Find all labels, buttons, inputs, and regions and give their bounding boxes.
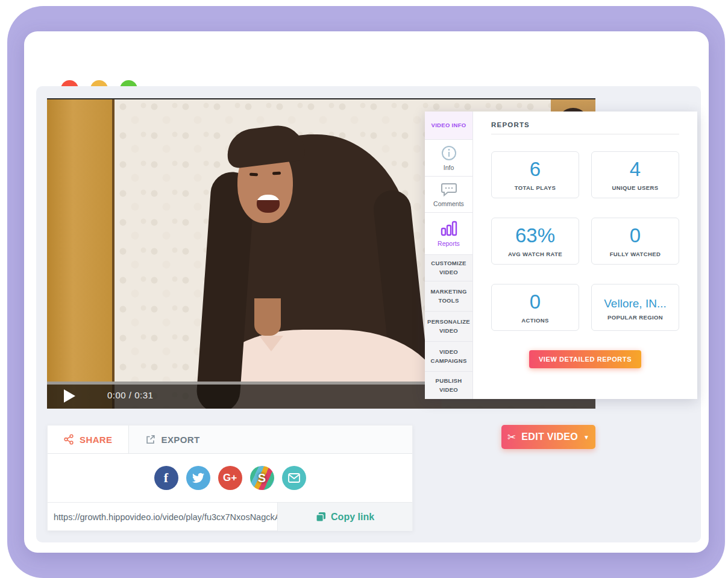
chevron-down-icon: ▼ xyxy=(583,434,589,441)
video-person-eye xyxy=(272,172,281,175)
twitter-icon[interactable] xyxy=(186,466,210,490)
stat-card-avg-watch-rate: 63% AVG WATCH RATE xyxy=(491,218,579,265)
sidebar-item-label: VIDEO CAMPAIGNS xyxy=(428,348,469,365)
stat-value: 0 xyxy=(630,225,641,247)
screenshot-stage: 0:00 / 0:31 VIDEO INFO Info xyxy=(0,0,728,578)
sidebar-item-label: Reports xyxy=(438,240,460,247)
stat-value: 0 xyxy=(530,291,541,313)
stat-card-fully-watched: 0 FULLY WATCHED xyxy=(591,218,679,265)
edit-video-button[interactable]: ✂ EDIT VIDEO ▼ xyxy=(501,425,595,449)
sidebar-item-reports[interactable]: Reports xyxy=(425,213,472,255)
sidebar-item-label: Comments xyxy=(433,200,464,207)
copy-link-label: Copy link xyxy=(331,512,374,523)
copy-icon xyxy=(316,512,326,522)
sidebar-item-marketing-tools[interactable]: MARKETING TOOLS xyxy=(425,281,472,312)
video-info-overlay: VIDEO INFO Info Comments xyxy=(425,112,697,399)
video-person-mouth xyxy=(257,195,280,213)
stat-value: 63% xyxy=(515,225,555,247)
share-panel: SHARE EXPORT f G+ xyxy=(47,425,413,531)
video-time-display: 0:00 / 0:31 xyxy=(107,390,153,400)
facebook-icon[interactable]: f xyxy=(154,466,178,490)
tab-export-label: EXPORT xyxy=(162,435,200,445)
email-icon[interactable] xyxy=(282,466,306,490)
edit-video-label: EDIT VIDEO xyxy=(521,432,578,442)
reports-icon xyxy=(440,220,458,237)
scissors-icon: ✂ xyxy=(507,431,516,444)
tab-share[interactable]: SHARE xyxy=(48,426,129,453)
share-url-field[interactable]: https://growth.hippovideo.io/video/play/… xyxy=(48,503,277,531)
share-icon xyxy=(63,434,74,445)
export-icon xyxy=(145,434,156,445)
facebook-glyph: f xyxy=(164,470,168,486)
stat-card-popular-region: Vellore, IN... POPULAR REGION xyxy=(591,284,679,331)
stat-label: AVG WATCH RATE xyxy=(508,251,562,257)
tab-export[interactable]: EXPORT xyxy=(129,426,216,453)
slack-icon[interactable]: S xyxy=(250,466,274,490)
reports-title: REPORTS xyxy=(491,121,679,128)
tab-share-label: SHARE xyxy=(80,435,113,445)
video-info-sidebar: VIDEO INFO Info Comments xyxy=(425,112,473,399)
stat-card-total-plays: 6 TOTAL PLAYS xyxy=(491,151,579,198)
sidebar-item-label: Info xyxy=(444,164,454,171)
sidebar-item-video-campaigns[interactable]: VIDEO CAMPAIGNS xyxy=(425,342,472,372)
video-person-neck xyxy=(254,298,281,336)
share-url-row: https://growth.hippovideo.io/video/play/… xyxy=(48,502,412,531)
reports-panel: REPORTS 6 TOTAL PLAYS 4 UNIQUE USERS 63%… xyxy=(473,112,697,399)
view-detailed-reports-button[interactable]: VIEW DETAILED REPORTS xyxy=(529,350,641,368)
google-plus-icon[interactable]: G+ xyxy=(218,466,242,490)
stat-label: TOTAL PLAYS xyxy=(515,184,556,191)
sidebar-item-label: PUBLISH VIDEO xyxy=(428,377,469,394)
stat-label: ACTIONS xyxy=(521,317,549,324)
sidebar-item-label: VIDEO INFO xyxy=(431,121,466,130)
stat-label: POPULAR REGION xyxy=(607,314,663,321)
stat-card-actions: 0 ACTIONS xyxy=(491,284,579,331)
sidebar-item-publish-video[interactable]: PUBLISH VIDEO xyxy=(425,372,472,399)
sidebar-item-video-info[interactable]: VIDEO INFO xyxy=(425,112,472,140)
video-person-eye xyxy=(249,173,258,177)
sidebar-item-label: MARKETING TOOLS xyxy=(428,287,469,305)
sidebar-item-comments[interactable]: Comments xyxy=(425,177,472,213)
stat-card-unique-users: 4 UNIQUE USERS xyxy=(591,151,679,198)
play-icon[interactable] xyxy=(64,389,75,403)
google-plus-glyph: G+ xyxy=(223,472,237,484)
slack-glyph: S xyxy=(258,471,266,485)
sidebar-item-personalize-video[interactable]: PERSONALIZE VIDEO xyxy=(425,312,472,342)
video-frame-door xyxy=(47,99,115,409)
info-icon xyxy=(441,145,457,161)
sidebar-item-customize-video[interactable]: CUSTOMIZE VIDEO xyxy=(425,255,472,281)
reports-stat-grid: 6 TOTAL PLAYS 4 UNIQUE USERS 63% AVG WAT… xyxy=(491,151,679,350)
sidebar-item-label: CUSTOMIZE VIDEO xyxy=(428,259,469,277)
share-tabs: SHARE EXPORT xyxy=(48,426,412,454)
stat-value: 4 xyxy=(630,159,641,180)
reports-divider xyxy=(491,134,679,134)
stat-value: Vellore, IN... xyxy=(604,294,667,310)
comments-icon xyxy=(441,181,457,197)
sidebar-item-label: PERSONALIZE VIDEO xyxy=(427,318,470,335)
stat-label: UNIQUE USERS xyxy=(612,184,658,191)
social-share-row: f G+ S xyxy=(48,454,412,502)
sidebar-item-info[interactable]: Info xyxy=(425,140,472,177)
stat-value: 6 xyxy=(530,159,541,180)
stat-label: FULLY WATCHED xyxy=(610,251,661,257)
copy-link-button[interactable]: Copy link xyxy=(277,503,412,531)
